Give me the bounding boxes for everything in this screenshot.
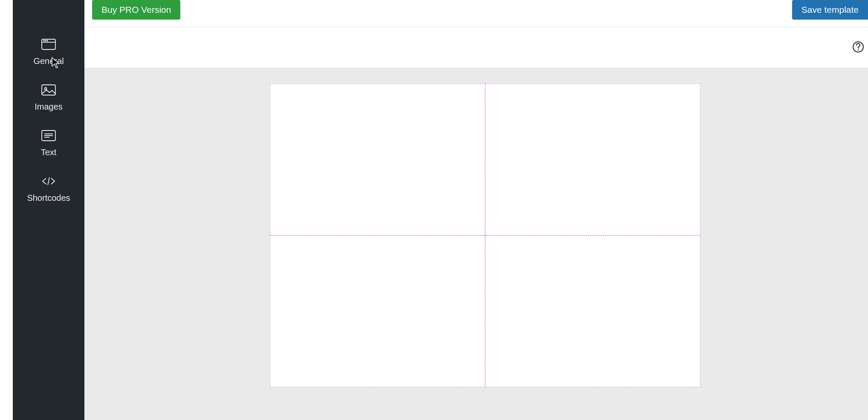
main-area: Buy PRO Version Save template [84, 0, 868, 420]
template-cell-top-left[interactable] [270, 84, 485, 235]
sidebar-item-label: General [33, 56, 64, 66]
svg-line-11 [48, 177, 49, 185]
sidebar-item-label: Text [41, 148, 57, 157]
wp-admin-strip [0, 0, 13, 420]
template-cell-top-right[interactable] [485, 84, 700, 235]
help-button[interactable] [852, 41, 865, 54]
sidebar-item-text[interactable]: Text [13, 120, 84, 166]
template-cell-bottom-left[interactable] [270, 235, 485, 387]
svg-point-2 [43, 41, 44, 41]
svg-point-3 [45, 41, 46, 41]
svg-point-6 [45, 88, 47, 90]
image-icon [41, 83, 56, 97]
code-icon [41, 174, 56, 188]
window-icon [41, 38, 56, 51]
sidebar-item-general[interactable]: General [13, 29, 84, 75]
header-bar: Buy PRO Version Save template [84, 0, 868, 27]
template-cell-bottom-right[interactable] [485, 235, 700, 387]
template-grid [270, 84, 700, 387]
text-lines-icon [41, 129, 56, 142]
sidebar-item-label: Shortcodes [27, 193, 70, 203]
sidebar-item-label: Images [35, 102, 63, 112]
canvas-area [84, 68, 868, 420]
save-template-button[interactable]: Save template [792, 0, 868, 20]
svg-rect-5 [42, 85, 55, 95]
svg-point-4 [47, 41, 48, 41]
sidebar-item-shortcodes[interactable]: Shortcodes [13, 166, 84, 211]
buy-pro-button[interactable]: Buy PRO Version [92, 0, 180, 20]
svg-point-13 [858, 49, 859, 50]
sidebar: General Images Text [13, 0, 84, 420]
help-icon [852, 41, 864, 55]
sub-header [84, 27, 868, 68]
sidebar-item-images[interactable]: Images [13, 75, 84, 120]
